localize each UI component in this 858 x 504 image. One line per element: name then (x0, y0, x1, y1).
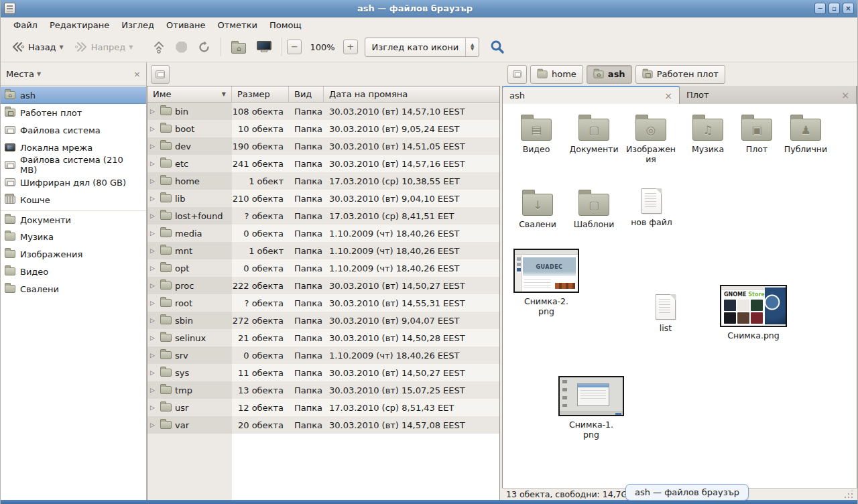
sidebar-item[interactable]: Видео (1, 263, 146, 280)
expander-icon[interactable]: ▷ (150, 195, 157, 202)
file-item[interactable]: GNOME Store Снимка.png (717, 285, 790, 340)
expander-icon[interactable]: ▷ (150, 317, 157, 324)
menu-item[interactable]: Изглед (115, 19, 160, 32)
back-dropdown-icon[interactable]: ▼ (60, 44, 64, 50)
sidebar-item[interactable]: Изображения (1, 245, 146, 263)
breadcrumb-button[interactable]: ash (587, 65, 632, 84)
sidebar-item[interactable]: Музика (1, 228, 146, 245)
file-item[interactable]: ▢ Шаблони (567, 188, 621, 229)
home-button[interactable] (226, 36, 251, 58)
maximize-button[interactable]: ▫ (829, 3, 840, 14)
table-row[interactable]: ▷ opt 0 обекта Папка 1.10.2009 (чт) 18,4… (147, 259, 499, 277)
expander-icon[interactable]: ▷ (150, 404, 157, 411)
breadcrumb-button[interactable]: Работен плот (635, 65, 725, 84)
file-item[interactable]: GUADEC Снимка-2. png (512, 249, 580, 316)
sidebar-item[interactable]: Файлова система (210 MB) (1, 156, 146, 174)
tab[interactable]: ash × (503, 86, 680, 104)
sidebar-mode-combo[interactable]: Места ▼ (6, 69, 41, 79)
table-row[interactable]: ▷ root ? обекта Папка 30.03.2010 (вт) 14… (147, 294, 499, 312)
expander-icon[interactable]: ▷ (150, 282, 157, 289)
table-row[interactable]: ▷ bin 108 обекта Папка 30.03.2010 (вт) 1… (147, 103, 499, 120)
breadcrumb-button[interactable]: home (530, 65, 583, 84)
tab-close-icon[interactable]: × (841, 90, 849, 101)
file-item[interactable]: Снимка-1. png (556, 376, 626, 440)
back-button[interactable]: Назад ▼ (6, 38, 69, 56)
expander-icon[interactable]: ▷ (150, 265, 157, 271)
sidebar-item[interactable]: Файлова система (1, 121, 146, 139)
table-row[interactable]: ▷ home 1 обект Папка 17.03.2010 (ср) 10,… (147, 172, 499, 190)
expander-icon[interactable]: ▷ (150, 212, 157, 219)
menu-item[interactable]: Редактиране (44, 19, 115, 32)
search-button[interactable] (487, 37, 507, 57)
expander-icon[interactable]: ▷ (150, 160, 157, 167)
table-row[interactable]: ▷ sbin 272 обекта Папка 30.03.2010 (вт) … (147, 312, 499, 329)
reload-button[interactable] (192, 37, 216, 58)
minimize-button[interactable]: ─ (814, 3, 826, 14)
sidebar-item[interactable]: Кошче (1, 191, 146, 208)
expander-icon[interactable]: ▷ (150, 334, 157, 341)
table-row[interactable]: ▷ srv 0 обекта Папка 1.10.2009 (чт) 18,4… (147, 346, 499, 364)
table-row[interactable]: ▷ boot 10 обекта Папка 30.03.2010 (вт) 9… (147, 120, 499, 137)
sidebar-item[interactable]: Локална мрежа (1, 139, 146, 156)
expander-icon[interactable]: ▷ (150, 108, 157, 115)
stop-button[interactable] (170, 38, 192, 57)
expander-icon[interactable]: ▷ (150, 387, 157, 393)
file-item[interactable]: ▣ Плот (737, 113, 776, 154)
file-item[interactable]: ♟ Публични (780, 113, 831, 154)
expander-icon[interactable]: ▷ (150, 300, 157, 306)
tab[interactable]: Плот × (680, 86, 857, 104)
resize-grip[interactable] (844, 491, 853, 499)
expander-icon[interactable]: ▷ (150, 369, 157, 376)
expander-icon[interactable]: ▷ (150, 422, 157, 428)
column-header-date[interactable]: Дата на промяна (324, 86, 499, 103)
file-item[interactable]: list (644, 294, 688, 333)
filesystem-root-button[interactable] (507, 65, 527, 84)
tab-close-icon[interactable]: × (664, 90, 672, 101)
file-item[interactable]: ◎ Изображен ия (625, 113, 677, 164)
view-mode-select[interactable]: Изглед като икони ▲▼ (365, 38, 480, 57)
up-button[interactable] (147, 36, 170, 58)
table-row[interactable]: ▷ media 0 обекта Папка 1.10.2009 (чт) 18… (147, 225, 499, 242)
table-row[interactable]: ▷ proc 222 обекта Папка 30.03.2010 (вт) … (147, 277, 499, 294)
menu-item[interactable]: Отиване (160, 19, 211, 32)
file-item[interactable]: ♫ Музика (684, 113, 732, 154)
table-row[interactable]: ▷ sys 11 обекта Папка 30.03.2010 (вт) 14… (147, 364, 499, 381)
table-row[interactable]: ▷ var 20 обекта Папка 30.03.2010 (вт) 14… (147, 416, 499, 434)
table-row[interactable]: ▷ usr 12 обекта Папка 17.03.2010 (ср) 8,… (147, 399, 499, 416)
expander-icon[interactable]: ▷ (150, 247, 157, 254)
expander-icon[interactable]: ▷ (150, 125, 157, 132)
menu-item[interactable]: Помощ (263, 19, 308, 32)
column-header-kind[interactable]: Вид (289, 86, 324, 103)
table-row[interactable]: ▷ mnt 1 обект Папка 1.10.2009 (чт) 18,40… (147, 242, 499, 259)
zoom-out-button[interactable]: − (287, 40, 302, 54)
table-row[interactable]: ▷ tmp 13 обекта Папка 30.03.2010 (вт) 15… (147, 381, 499, 399)
expander-icon[interactable]: ▷ (150, 143, 157, 149)
close-button[interactable]: × (843, 3, 854, 14)
sidebar-item[interactable]: Шифриран дял (80 GB) (1, 174, 146, 191)
sidebar-item[interactable]: Работен плот (1, 104, 146, 121)
forward-button[interactable]: Напред ▼ (69, 38, 139, 56)
sidebar-item[interactable]: Документи (1, 210, 146, 228)
file-item[interactable]: ▢ Документи (564, 113, 623, 154)
expander-icon[interactable]: ▷ (150, 352, 157, 359)
table-row[interactable]: ▷ selinux 21 обекта Папка 30.03.2010 (вт… (147, 329, 499, 346)
file-item[interactable]: нов файл (627, 188, 676, 227)
zoom-in-button[interactable]: + (343, 40, 358, 54)
menu-item[interactable]: Файл (7, 19, 44, 32)
file-item[interactable]: ↓ Свалени (512, 188, 563, 229)
table-row[interactable]: ▷ lib 210 обекта Папка 30.03.2010 (вт) 9… (147, 190, 499, 207)
table-row[interactable]: ▷ lost+found ? обекта Папка 17.03.2010 (… (147, 207, 499, 225)
sidebar-item[interactable]: ash (1, 86, 146, 104)
expander-icon[interactable]: ▷ (150, 178, 157, 184)
filesystem-toggle-button[interactable] (151, 65, 170, 84)
sidebar-item[interactable]: Свалени (1, 280, 146, 298)
computer-button[interactable] (251, 37, 277, 57)
column-header-size[interactable]: Размер (232, 86, 289, 103)
table-row[interactable]: ▷ dev 190 обекта Папка 30.03.2010 (вт) 1… (147, 137, 499, 155)
table-row[interactable]: ▷ etc 241 обекта Папка 30.03.2010 (вт) 1… (147, 155, 499, 172)
column-header-name[interactable]: Име▼ (147, 86, 232, 103)
menu-item[interactable]: Отметки (211, 19, 263, 32)
sidebar-close-icon[interactable]: × (133, 69, 141, 79)
expander-icon[interactable]: ▷ (150, 230, 157, 237)
file-item[interactable]: ▤ Видео (512, 113, 560, 154)
